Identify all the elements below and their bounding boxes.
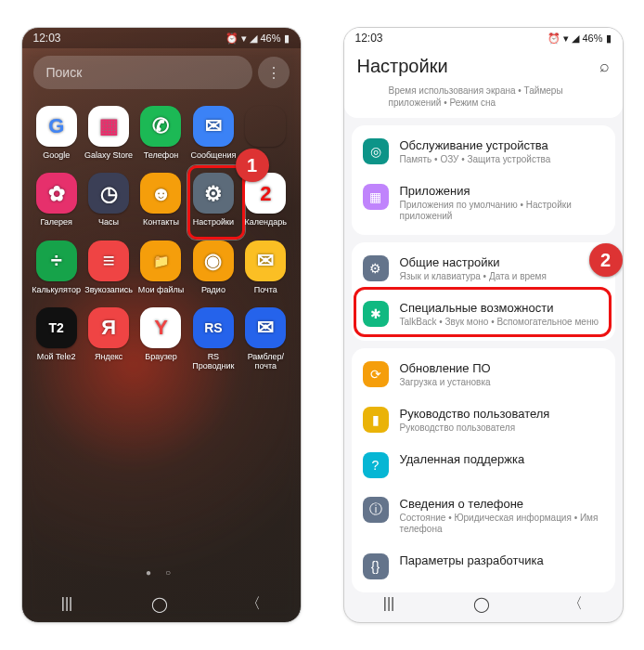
settings-item[interactable]: ▦ПриложенияПриложения по умолчанию • Нас… — [352, 175, 615, 231]
app-icon: RS — [193, 307, 234, 348]
status-bar: 12:03 ⏰ ▾ ◢ 46% ▮ — [344, 28, 623, 48]
app-контакты[interactable]: ☻Контакты — [135, 173, 186, 227]
status-indicators: ⏰ ▾ ◢ 46% ▮ — [225, 32, 289, 45]
status-time: 12:03 — [355, 32, 383, 45]
settings-item[interactable]: ⟳Обновление ПОЗагрузка и установка — [352, 352, 615, 397]
app-часы[interactable]: ◷Часы — [84, 173, 134, 227]
app-icon: Y — [140, 307, 181, 348]
status-bar: 12:03 ⏰ ▾ ◢ 46% ▮ — [22, 28, 301, 48]
app-icon: ▦ — [88, 106, 129, 147]
settings-header: Настройки ⌕ — [344, 48, 623, 84]
app-icon — [245, 106, 286, 147]
alarm-icon: ⏰ — [547, 32, 560, 45]
app-мои-файлы[interactable]: 📁Мои файлы — [135, 240, 186, 294]
app-label: Телефон — [144, 150, 178, 160]
app-label: RS Проводник — [188, 352, 238, 371]
settings-item[interactable]: {}Параметры разработчика — [352, 544, 615, 589]
app-icon: ≡ — [88, 240, 129, 281]
nav-bar: ||| ◯ 〈 — [22, 585, 301, 622]
highlight-settings — [187, 165, 245, 240]
app-icon: ✆ — [140, 106, 181, 147]
app-galaxy-store[interactable]: ▦Galaxy Store — [84, 106, 134, 160]
app-icon: ✉ — [193, 106, 234, 147]
nav-home[interactable]: ◯ — [473, 595, 490, 613]
signal-icon: ◢ — [250, 32, 257, 45]
wifi-icon: ▾ — [563, 32, 569, 45]
page-indicator: ● ○ — [22, 567, 301, 578]
settings-item-text: Параметры разработчика — [400, 553, 604, 569]
callout-badge-2: 2 — [589, 243, 623, 277]
settings-item[interactable]: ◎Обслуживание устройстваПамять • ОЗУ • З… — [352, 129, 615, 175]
settings-item-text: Руководство пользователяРуководство поль… — [400, 407, 604, 434]
app-label: Калькулятор — [32, 285, 81, 294]
battery-percent: 46% — [260, 32, 280, 44]
app-label: Браузер — [145, 352, 176, 361]
search-icon[interactable]: ⌕ — [599, 57, 610, 76]
settings-item-subtitle: Язык и клавиатура • Дата и время — [400, 271, 604, 282]
settings-item-title: Обслуживание устройства — [400, 138, 604, 152]
signal-icon: ◢ — [572, 32, 579, 45]
battery-percent: 46% — [582, 32, 602, 44]
app-label: Galaxy Store — [84, 150, 133, 160]
settings-list[interactable]: ◎Обслуживание устройстваПамять • ОЗУ • З… — [344, 125, 623, 592]
app-icon: Я — [88, 307, 129, 348]
app-label: Сообщения — [190, 150, 236, 160]
settings-item-text: Обслуживание устройстваПамять • ОЗУ • За… — [400, 138, 604, 165]
settings-card: ⟳Обновление ПОЗагрузка и установка▮Руков… — [352, 348, 615, 592]
app-браузер[interactable]: YБраузер — [135, 307, 186, 371]
menu-button[interactable]: ⋮ — [258, 57, 290, 88]
settings-item-icon: ⟳ — [363, 361, 389, 387]
nav-home[interactable]: ◯ — [151, 595, 168, 613]
app-яндекс[interactable]: ЯЯндекс — [84, 307, 134, 371]
nav-recent[interactable]: ||| — [61, 595, 72, 612]
app-телефон[interactable]: ✆Телефон — [135, 106, 186, 160]
settings-card: ◎Обслуживание устройстваПамять • ОЗУ • З… — [352, 125, 615, 235]
app-icon: G — [36, 106, 77, 147]
settings-item-text: Общие настройкиЯзык и клавиатура • Дата … — [400, 255, 604, 282]
settings-item-icon: ? — [363, 452, 389, 478]
app-радио[interactable]: ◉Радио — [188, 240, 238, 294]
settings-item-icon: ◎ — [363, 138, 389, 164]
nav-bar: ||| ◯ 〈 — [344, 585, 623, 622]
search-input[interactable]: Поиск — [33, 56, 252, 89]
prev-item-subtitle: Время использования экрана • Таймеры при… — [344, 84, 623, 118]
nav-recent[interactable]: ||| — [383, 595, 394, 612]
app-google[interactable]: GGoogle — [32, 106, 82, 160]
settings-item[interactable]: ▮Руководство пользователяРуководство пол… — [352, 397, 615, 443]
app-icon: T2 — [36, 307, 77, 348]
app-icon: ✿ — [36, 173, 77, 214]
settings-item-title: Руководство пользователя — [400, 407, 604, 421]
app-icon: ✉ — [245, 307, 286, 348]
nav-back[interactable]: 〈 — [246, 594, 261, 614]
battery-icon: ▮ — [606, 32, 612, 45]
wifi-icon: ▾ — [241, 32, 247, 45]
settings-item-title: Сведения о телефоне — [400, 497, 604, 511]
app-рамблер-почта[interactable]: ✉Рамблер/почта — [240, 307, 290, 371]
page-title: Настройки — [357, 56, 448, 77]
app-звукозапись[interactable]: ≡Звукозапись — [84, 240, 134, 294]
app-галерея[interactable]: ✿Галерея — [32, 173, 82, 227]
app-мой-tele2[interactable]: T2Мой Tele2 — [32, 307, 82, 371]
nav-back[interactable]: 〈 — [568, 594, 583, 614]
settings-item-icon: ▦ — [363, 184, 389, 210]
settings-item[interactable]: ⚙Общие настройкиЯзык и клавиатура • Дата… — [352, 246, 615, 292]
app-сообщения[interactable]: ✉Сообщения — [188, 106, 238, 160]
settings-item-text: Сведения о телефонеСостояние • Юридическ… — [400, 497, 604, 535]
settings-item-title: Общие настройки — [400, 255, 604, 269]
settings-item-title: Приложения — [400, 184, 604, 198]
search-row: Поиск ⋮ — [33, 56, 290, 89]
settings-item-icon: ⓘ — [363, 497, 389, 523]
app-icon: ☻ — [140, 173, 181, 214]
app-label: Календарь — [245, 217, 287, 227]
alarm-icon: ⏰ — [225, 32, 238, 45]
highlight-accessibility — [354, 287, 612, 337]
app-label: Контакты — [143, 217, 179, 227]
settings-item[interactable]: ?Удаленная поддержка — [352, 443, 615, 488]
settings-item-subtitle: Состояние • Юридическая информация • Имя… — [400, 513, 604, 535]
app-rs-проводник[interactable]: RSRS Проводник — [188, 307, 238, 371]
app-почта[interactable]: ✉Почта — [240, 240, 290, 294]
settings-item[interactable]: ⓘСведения о телефонеСостояние • Юридичес… — [352, 488, 615, 544]
app-калькулятор[interactable]: ÷Калькулятор — [32, 240, 82, 294]
app-label: Мои файлы — [138, 285, 184, 294]
app-grid: GGoogle▦Galaxy Store✆Телефон✉Сообщения✿Г… — [22, 97, 301, 381]
